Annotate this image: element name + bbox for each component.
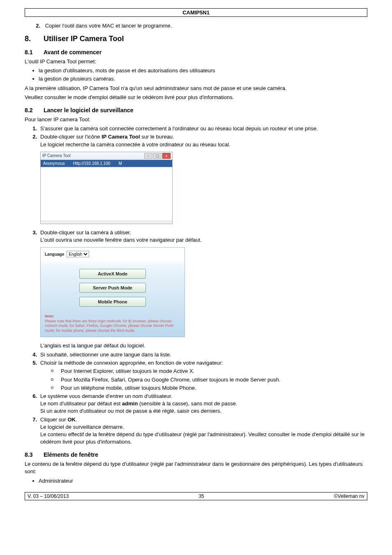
- s81-para-1: A la première utilisation, IP Camera Too…: [25, 85, 367, 92]
- figure-ip-camera-tool: IP Camera Tool – ▢ x Anonymous Http://19…: [40, 152, 367, 224]
- s82-step-3-num: 3.: [29, 229, 37, 236]
- section-8-1-title: Avant de commencer: [44, 49, 101, 56]
- s82-step-1-num: 1.: [29, 125, 37, 132]
- camera-list-empty: [41, 167, 172, 221]
- server-push-mode-button[interactable]: Server Push Mode: [79, 283, 146, 293]
- figure-login-page: Language English ActiveX Mode Server Pus…: [40, 247, 367, 337]
- language-select[interactable]: English: [67, 251, 89, 257]
- s82-step-3-text-b: L'outil ouvrira une nouvelle fenêtre dan…: [40, 237, 202, 243]
- mobile-phone-button[interactable]: Mobile Phone: [79, 297, 146, 307]
- page-header-code: CAMIP5N1: [25, 8, 367, 17]
- s82-step-7-text-b: Le logiciel de surveillance démarre.: [40, 424, 124, 430]
- login-page-window: Language English ActiveX Mode Server Pus…: [40, 247, 185, 337]
- s82-step-4: 4. Si souhaité, sélectionner une autre l…: [25, 351, 367, 358]
- s81-bullet-2: la gestion de plusieurs caméras.: [39, 75, 367, 83]
- login-note-body: Please note that there are three login m…: [45, 319, 173, 333]
- activex-mode-button[interactable]: ActiveX Mode: [79, 269, 146, 279]
- prev-step-2: 2. Copier l'outil dans votre MAC et lanc…: [25, 23, 367, 29]
- s82-step-5-num: 5.: [29, 359, 37, 367]
- s82-step-7-num: 7.: [29, 416, 37, 423]
- login-note-title: Note:: [45, 314, 54, 318]
- s82-step-4-num: 4.: [29, 351, 37, 358]
- footer-copyright: ©Velleman nv: [334, 493, 364, 499]
- language-selector-row: Language English: [45, 251, 180, 257]
- s82-step-6-text-c: Si un autre nom d'utilisateur ou mot de …: [40, 408, 221, 414]
- s82-step-7-text-c: Le contenu effectif de la fenêtre dépend…: [40, 431, 364, 445]
- section-8-2-number: 8.2: [25, 107, 44, 113]
- s82-intro: Pour lancer IP camera Tool:: [25, 116, 367, 123]
- s81-para-2: Veuillez consulter le mode d'emploi déta…: [25, 94, 367, 101]
- s82-step-6-bold: admin: [122, 400, 138, 407]
- section-8-heading: 8.Utiliser IP Camera Tool: [25, 35, 367, 43]
- s83-bullet-1: Administrateur: [39, 477, 367, 485]
- s82-step-6-text-b1: Le nom d'utilisateur par défaut est: [40, 400, 122, 407]
- footer-page-number: 35: [198, 493, 204, 499]
- s82-lang-note: L'anglais est la langue par défaut du lo…: [40, 342, 367, 349]
- window-title: IP Camera Tool: [42, 153, 71, 158]
- login-note: Note: Please note that there are three l…: [45, 314, 180, 333]
- section-8-2-heading: 8.2Lancer le logiciel de surveillance: [25, 107, 367, 113]
- camera-list-row[interactable]: Anonymous Http://192.168.1.100 M: [41, 160, 172, 167]
- window-max-icon[interactable]: ▢: [153, 153, 161, 159]
- window-close-icon[interactable]: x: [162, 153, 171, 159]
- ip-camera-tool-window: IP Camera Tool – ▢ x Anonymous Http://19…: [40, 152, 173, 224]
- s82-step-5-o1: Pour Internet Explorer, utiliser toujour…: [48, 368, 367, 375]
- s82-step-5-o2: Pour Mozilla Firefox, Safari, Opera ou G…: [48, 376, 367, 384]
- footer-version: V. 03 – 10/06/2013: [28, 493, 69, 499]
- s82-step-7-bold: OK: [67, 416, 76, 423]
- window-titlebar: IP Camera Tool – ▢ x: [41, 152, 172, 160]
- s82-step-2-text-c: Le logiciel recherche la caméra connecté…: [40, 141, 231, 148]
- s82-step-6-num: 6.: [29, 393, 37, 400]
- section-8-2-title: Lancer le logiciel de surveillance: [44, 107, 134, 113]
- s82-step-3-text-a: Double-cliquer sur la caméra à utiliser.: [40, 229, 131, 236]
- s82-step-7-text-a2: .: [76, 416, 77, 423]
- s82-step-2-bold: IP Camera Tool: [101, 134, 140, 140]
- step-2-text: Copier l'outil dans votre MAC et lancer …: [45, 23, 172, 29]
- section-8-title: Utiliser IP Camera Tool: [44, 35, 124, 43]
- camera-name: Anonymous: [43, 161, 65, 166]
- s82-step-6-text-b2: (sensible à la casse), sans mot de passe…: [138, 400, 237, 407]
- section-8-3-number: 8.3: [25, 451, 44, 458]
- s82-step-2-text-a: Double-cliquer sur l'icône: [40, 134, 101, 140]
- s82-step-5: 5. Choisir la méthode de connexion appro…: [25, 359, 367, 392]
- page-footer: V. 03 – 10/06/2013 35 ©Velleman nv: [25, 492, 367, 500]
- s82-step-7-text-a: Cliquer sur: [40, 416, 67, 423]
- window-min-icon[interactable]: –: [144, 153, 152, 159]
- s82-step-1-text: S'assurer que la caméra soit connectée c…: [40, 125, 318, 132]
- s82-step-2-text-b: sur le bureau.: [140, 134, 174, 140]
- section-8-1-heading: 8.1Avant de commencer: [25, 49, 367, 56]
- s81-intro: L'outil IP Camera Tool permet:: [25, 58, 367, 65]
- section-8-number: 8.: [25, 35, 44, 43]
- s83-para-1: Le contenu de la fenêtre dépend du type …: [25, 460, 367, 475]
- window-statusbar: [41, 221, 172, 224]
- s82-step-1: 1. S'assurer que la caméra soit connecté…: [25, 125, 367, 132]
- s82-step-7: 7. Cliquer sur OK. Le logiciel de survei…: [25, 416, 367, 446]
- s82-step-4-text: Si souhaité, sélectionner une autre lang…: [40, 352, 171, 358]
- s82-step-5-text: Choisir la méthode de connexion appropri…: [40, 360, 223, 366]
- language-label: Language: [45, 252, 64, 257]
- s82-step-5-o3: Pour un téléphone mobile, utiliser toujo…: [48, 384, 367, 392]
- step-2-number: 2.: [29, 23, 40, 29]
- s81-bullet-1: la gestion d'utilisateurs, mots de passe…: [39, 67, 367, 74]
- section-8-1-number: 8.1: [25, 49, 44, 56]
- section-8-3-title: Eléments de fenêtre: [44, 451, 98, 458]
- camera-url: Http://192.168.1.100: [73, 161, 111, 166]
- s82-step-6: 6. Le système vous demande d'entrer un n…: [25, 393, 367, 415]
- camera-flag: M: [118, 161, 122, 166]
- s82-step-2-num: 2.: [29, 133, 37, 141]
- s82-step-3: 3. Double-cliquer sur la caméra à utilis…: [25, 229, 367, 244]
- section-8-3-heading: 8.3Eléments de fenêtre: [25, 451, 367, 458]
- s82-step-2: 2. Double-cliquer sur l'icône IP Camera …: [25, 133, 367, 148]
- s82-step-6-text-a: Le système vous demande d'entrer un nom …: [40, 393, 172, 399]
